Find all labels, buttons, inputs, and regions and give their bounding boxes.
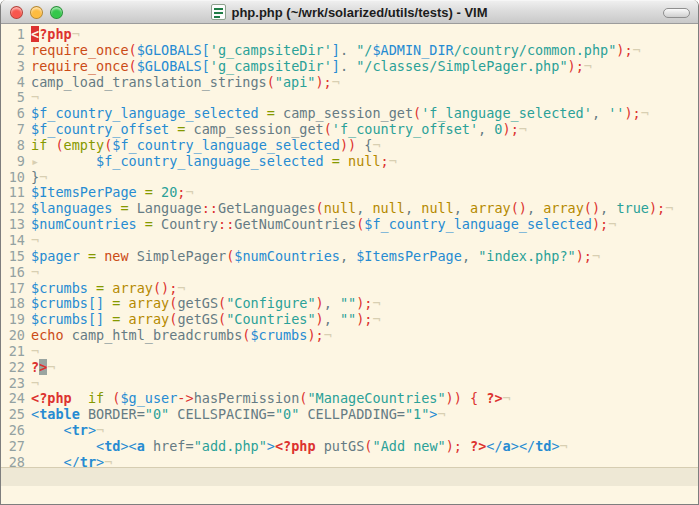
- line-number: 19: [1, 312, 31, 328]
- line-number: 18: [1, 296, 31, 312]
- code-text: <?php if ($g_user->hasPermission("Manage…: [31, 391, 698, 407]
- code-text: <td><a href="add.php"><?php putGS("Add n…: [31, 439, 698, 455]
- window-controls: [10, 1, 63, 23]
- line-number: 20: [1, 328, 31, 344]
- code-text: $f_country_offset = camp_session_get('f_…: [31, 122, 698, 138]
- code-line: 28 </tr>¬: [1, 455, 698, 467]
- status-line: ~/wrk/solarized/utils/tests/php.php[29][…: [1, 467, 698, 486]
- line-number: 4: [1, 75, 31, 91]
- line-number: 1: [1, 27, 31, 43]
- code-line: 8if (empty($f_country_language_selected)…: [1, 138, 698, 154]
- code-line: 10}¬: [1, 170, 698, 186]
- code-text: ▸ $f_country_language_selected = null;¬: [31, 154, 698, 170]
- code-line: 7$f_country_offset = camp_session_get('f…: [1, 122, 698, 138]
- code-line: 3require_once($GLOBALS['g_campsiteDir'].…: [1, 59, 698, 75]
- code-text: $crumbs[] = array(getGS("Configure"), ""…: [31, 296, 698, 312]
- line-number: 10: [1, 170, 31, 186]
- line-number: 16: [1, 265, 31, 281]
- code-line: 16¬: [1, 265, 698, 281]
- code-line: 19$crumbs[] = array(getGS("Countries"), …: [1, 312, 698, 328]
- code-text: $crumbs[] = array(getGS("Countries"), ""…: [31, 312, 698, 328]
- code-line: 1<?php¬: [1, 27, 698, 43]
- window-titlebar[interactable]: php.php (~/wrk/solarized/utils/tests) - …: [1, 0, 698, 24]
- code-text: ¬: [31, 233, 698, 249]
- code-line: 25<table BORDER="0" CELLSPACING="0" CELL…: [1, 407, 698, 423]
- code-line: 9▸ $f_country_language_selected = null;¬: [1, 154, 698, 170]
- code-line: 26 <tr>¬: [1, 423, 698, 439]
- text-cursor: <: [31, 26, 39, 42]
- code-text: }¬: [31, 170, 698, 186]
- line-number: 5: [1, 90, 31, 106]
- line-number: 27: [1, 439, 31, 455]
- code-text: <table BORDER="0" CELLSPACING="0" CELLPA…: [31, 407, 698, 423]
- close-button[interactable]: [10, 6, 23, 19]
- line-number: 22: [1, 360, 31, 376]
- code-text: if (empty($f_country_language_selected))…: [31, 138, 698, 154]
- line-number: 11: [1, 185, 31, 201]
- code-text: echo camp_html_breadcrumbs($crumbs);¬: [31, 328, 698, 344]
- code-line: 21¬: [1, 344, 698, 360]
- code-line: 5¬: [1, 90, 698, 106]
- line-number: 2: [1, 43, 31, 59]
- editor-area[interactable]: 1<?php¬2require_once($GLOBALS['g_campsit…: [1, 24, 698, 467]
- code-line: 6$f_country_language_selected = camp_ses…: [1, 106, 698, 122]
- code-line: 15$pager = new SimplePager($numCountries…: [1, 249, 698, 265]
- code-text: require_once($GLOBALS['g_campsiteDir']. …: [31, 43, 698, 59]
- code-line: 17$crumbs = array();¬: [1, 281, 698, 297]
- code-text: camp_load_translation_strings("api");¬: [31, 75, 698, 91]
- code-line: 23¬: [1, 376, 698, 392]
- code-text: ¬: [31, 376, 698, 392]
- window-title: php.php (~/wrk/solarized/utils/tests) - …: [231, 5, 487, 20]
- minimize-button[interactable]: [30, 6, 43, 19]
- code-line: 11$ItemsPerPage = 20;¬: [1, 185, 698, 201]
- line-number: 14: [1, 233, 31, 249]
- code-text: $pager = new SimplePager($numCountries, …: [31, 249, 698, 265]
- code-line: 12$languages = Language::GetLanguages(nu…: [1, 201, 698, 217]
- code-line: 22?>¬: [1, 360, 698, 376]
- line-number: 12: [1, 201, 31, 217]
- code-text: ¬: [31, 344, 698, 360]
- line-number: 23: [1, 376, 31, 392]
- code-lines: 1<?php¬2require_once($GLOBALS['g_campsit…: [1, 27, 698, 467]
- code-line: 13$numCountries = Country::GetNumCountri…: [1, 217, 698, 233]
- code-text: $ItemsPerPage = 20;¬: [31, 185, 698, 201]
- toolbar-toggle-button[interactable]: [663, 8, 690, 18]
- line-number: 17: [1, 281, 31, 297]
- line-number: 26: [1, 423, 31, 439]
- code-line: 4camp_load_translation_strings("api");¬: [1, 75, 698, 91]
- line-number: 9: [1, 154, 31, 170]
- code-line: 20echo camp_html_breadcrumbs($crumbs);¬: [1, 328, 698, 344]
- code-text: <?php¬: [31, 27, 698, 43]
- title-area: php.php (~/wrk/solarized/utils/tests) - …: [211, 4, 487, 20]
- code-text: ¬: [31, 90, 698, 106]
- line-number: 8: [1, 138, 31, 154]
- line-number: 3: [1, 59, 31, 75]
- line-number: 25: [1, 407, 31, 423]
- code-text: $f_country_language_selected = camp_sess…: [31, 106, 698, 122]
- line-number: 21: [1, 344, 31, 360]
- command-line-area: [1, 486, 698, 504]
- line-number: 7: [1, 122, 31, 138]
- code-line: 27 <td><a href="add.php"><?php putGS("Ad…: [1, 439, 698, 455]
- line-number: 6: [1, 106, 31, 122]
- code-text: <tr>¬: [31, 423, 698, 439]
- code-text: $languages = Language::GetLanguages(null…: [31, 201, 698, 217]
- code-text: $numCountries = Country::GetNumCountries…: [31, 217, 698, 233]
- code-line: 2require_once($GLOBALS['g_campsiteDir'].…: [1, 43, 698, 59]
- vim-document-icon[interactable]: [211, 4, 226, 20]
- code-text: ?>¬: [31, 360, 698, 376]
- line-number: 24: [1, 391, 31, 407]
- code-line: 14¬: [1, 233, 698, 249]
- code-text: ¬: [31, 265, 698, 281]
- vim-window: php.php (~/wrk/solarized/utils/tests) - …: [0, 0, 699, 505]
- code-text: $crumbs = array();¬: [31, 281, 698, 297]
- code-line: 18$crumbs[] = array(getGS("Configure"), …: [1, 296, 698, 312]
- line-number: 15: [1, 249, 31, 265]
- line-number: 13: [1, 217, 31, 233]
- code-line: 24<?php if ($g_user->hasPermission("Mana…: [1, 391, 698, 407]
- code-text: require_once($GLOBALS['g_campsiteDir']. …: [31, 59, 698, 75]
- line-number: 28: [1, 455, 31, 467]
- code-text: </tr>¬: [31, 455, 698, 467]
- zoom-button[interactable]: [50, 6, 63, 19]
